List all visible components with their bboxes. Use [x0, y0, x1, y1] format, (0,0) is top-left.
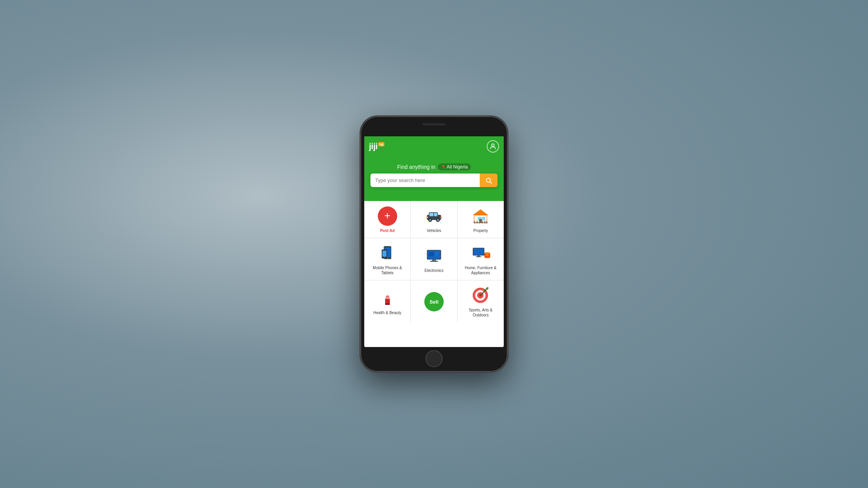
svg-point-0	[492, 144, 494, 146]
category-sell[interactable]: Sell	[411, 280, 457, 322]
post-ad-icon-container: +	[378, 206, 397, 226]
car-svg	[424, 209, 444, 223]
svg-rect-17	[482, 217, 485, 220]
sell-label: Sell	[429, 299, 438, 305]
home-button[interactable]	[425, 350, 443, 367]
category-health[interactable]: Health & Beauty	[364, 280, 410, 322]
svg-rect-5	[429, 213, 433, 216]
svg-rect-38	[435, 254, 438, 255]
category-home[interactable]: Home, Furniture & Appliances	[458, 238, 504, 280]
vehicles-icon	[424, 206, 444, 226]
svg-point-10	[437, 219, 439, 221]
electronics-label: Electronics	[425, 268, 444, 273]
svg-rect-20	[474, 221, 475, 224]
health-icon	[378, 289, 397, 308]
home-icon	[471, 244, 490, 263]
location-badge[interactable]: 📍 All Nigeria	[438, 163, 471, 170]
plus-icon: +	[384, 210, 390, 221]
search-button[interactable]	[480, 174, 498, 187]
svg-rect-24	[484, 221, 486, 224]
svg-rect-22	[479, 221, 480, 224]
svg-line-2	[490, 182, 491, 183]
property-label: Property	[473, 228, 488, 233]
search-icon	[485, 177, 492, 184]
category-property[interactable]: Property	[458, 201, 504, 238]
svg-rect-50	[386, 296, 389, 299]
profile-icon	[489, 143, 497, 150]
sell-circle: Sell	[424, 292, 444, 311]
property-icon	[471, 206, 490, 226]
svg-rect-49	[385, 304, 390, 305]
svg-rect-40	[474, 249, 484, 255]
find-text: Find anything in 📍 All Nigeria	[369, 163, 499, 170]
app-header: jiji ng	[364, 136, 504, 156]
svg-rect-6	[434, 213, 437, 216]
svg-rect-30	[382, 251, 386, 257]
svg-rect-19	[474, 222, 488, 223]
logo-text: jiji	[369, 141, 377, 151]
beauty-svg	[380, 289, 395, 308]
home-label: Home, Furniture & Appliances	[461, 265, 501, 275]
svg-rect-25	[486, 221, 487, 224]
category-mobile[interactable]: Mobile Phones & Tablets	[364, 238, 410, 280]
profile-button[interactable]	[487, 140, 499, 153]
health-label: Health & Beauty	[374, 310, 401, 315]
svg-rect-11	[426, 217, 428, 218]
category-post-ad[interactable]: + Post Ad	[364, 201, 410, 238]
monitor-svg	[424, 247, 444, 265]
app-content: jiji ng Find anything in 📍 All Nigeria	[364, 136, 504, 347]
svg-rect-12	[440, 217, 442, 218]
house-svg	[471, 208, 490, 225]
hero-footer	[364, 193, 504, 201]
svg-rect-35	[430, 261, 438, 262]
post-ad-circle: +	[378, 206, 397, 226]
furniture-svg	[471, 245, 490, 262]
category-electronics[interactable]: Electronics	[411, 238, 457, 280]
svg-rect-42	[476, 256, 482, 257]
svg-rect-46	[484, 256, 490, 258]
phone-frame: jiji ng Find anything in 📍 All Nigeria	[360, 116, 508, 372]
post-ad-label: Post Ad	[380, 228, 394, 233]
svg-rect-23	[482, 221, 483, 224]
logo-badge: ng	[378, 142, 384, 146]
svg-rect-21	[477, 221, 478, 224]
sports-svg	[471, 286, 490, 305]
categories-grid: + Post Ad	[364, 201, 504, 322]
phone-speaker	[422, 123, 446, 125]
hero-section: Find anything in 📍 All Nigeria	[364, 156, 504, 193]
phone-svg	[379, 245, 396, 262]
svg-point-8	[429, 219, 431, 221]
svg-point-31	[384, 257, 385, 258]
electronics-icon	[424, 246, 444, 266]
logo-container: jiji ng	[369, 141, 384, 151]
category-vehicles[interactable]: Vehicles	[411, 201, 457, 238]
svg-marker-13	[473, 210, 488, 215]
svg-rect-37	[435, 252, 439, 254]
category-sports[interactable]: Sports, Arts & Outdoors	[458, 280, 504, 322]
sports-icon	[471, 286, 490, 305]
search-bar	[370, 174, 498, 187]
vehicles-label: Vehicles	[427, 228, 441, 233]
pin-icon: 📍	[441, 165, 446, 169]
sports-label: Sports, Arts & Outdoors	[461, 308, 501, 318]
sell-icon: Sell	[424, 292, 444, 311]
mobile-label: Mobile Phones & Tablets	[367, 265, 407, 275]
search-input[interactable]	[370, 174, 480, 187]
svg-rect-36	[429, 252, 434, 256]
mobile-icon	[378, 244, 397, 263]
phone-screen: jiji ng Find anything in 📍 All Nigeria	[364, 136, 504, 347]
